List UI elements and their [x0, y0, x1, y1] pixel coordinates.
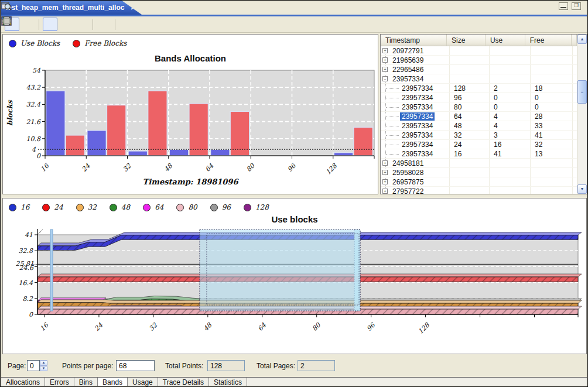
svg-text:64: 64	[204, 162, 216, 173]
column-header-timestamp[interactable]: Timestamp	[381, 35, 447, 46]
svg-text:10.8: 10.8	[26, 135, 41, 143]
table-row[interactable]: +22965486	[381, 65, 577, 74]
table-row[interactable]: 239573349600	[381, 93, 577, 102]
column-header-free[interactable]: Free	[525, 35, 572, 46]
expand-icon[interactable]: +	[382, 170, 388, 175]
tab-statistics[interactable]: Statistics	[209, 378, 247, 386]
restore-button[interactable]	[572, 2, 581, 10]
svg-text:0: 0	[36, 152, 41, 160]
svg-text:24: 24	[80, 162, 92, 173]
timestamp-marker	[50, 230, 53, 311]
use-cell: 4	[494, 122, 498, 130]
spin-down-icon[interactable]: ▼	[40, 366, 47, 372]
expand-icon[interactable]: +	[382, 189, 388, 194]
tab-allocations[interactable]: Allocations	[1, 378, 45, 386]
expand-icon[interactable]: +	[382, 179, 388, 184]
expand-icon[interactable]: +	[382, 48, 388, 53]
legend-label: 128	[255, 203, 269, 211]
legend-item: 80	[176, 203, 197, 211]
scroll-up-icon[interactable]: ▲	[577, 35, 587, 44]
use-cell: 0	[494, 94, 498, 102]
timestamp-cell: 23957334	[392, 75, 423, 83]
table-row[interactable]: +25958028	[381, 168, 577, 177]
expand-icon[interactable]: +	[382, 67, 388, 72]
table-row[interactable]: 239573348000	[381, 102, 577, 112]
overview-window-button[interactable]	[43, 18, 57, 31]
scroll-thumb[interactable]: ≡	[577, 80, 587, 104]
use-blocks-area-chart[interactable]: 24.625.8108.216.432.84116243248648096128	[3, 198, 586, 354]
svg-text:41: 41	[25, 231, 33, 239]
table-row[interactable]: 23957334128218	[381, 84, 577, 93]
svg-text:21.6: 21.6	[26, 118, 41, 126]
svg-text:8.2: 8.2	[23, 295, 33, 303]
free-cell: 13	[535, 150, 542, 158]
legend-item: 32	[76, 203, 97, 211]
scroll-down-icon[interactable]: ▼	[577, 184, 587, 194]
legend-dot-icon	[9, 40, 16, 47]
table-row[interactable]: 23957334241632	[381, 140, 577, 149]
expand-icon[interactable]: +	[382, 160, 388, 166]
page-spinner[interactable]: ▲ ▼	[40, 360, 47, 371]
svg-text:16.4: 16.4	[19, 279, 33, 287]
points-per-page-input[interactable]	[116, 360, 155, 371]
tab-usage[interactable]: Usage	[128, 378, 158, 386]
tab-errors[interactable]: Errors	[45, 378, 74, 386]
tab-bands[interactable]: Bands	[98, 378, 128, 386]
table-row[interactable]: +20972791	[381, 46, 577, 56]
collapse-icon[interactable]: -	[382, 76, 388, 81]
bottom-tab-bar: AllocationsErrorsBinsBandsUsageTrace Det…	[1, 377, 587, 386]
minimize-button[interactable]	[559, 2, 568, 10]
table-row[interactable]: +21965639	[381, 56, 577, 65]
svg-text:32: 32	[148, 321, 159, 333]
table-row[interactable]: -23957334	[381, 74, 577, 84]
table-row[interactable]: 2395733464428	[381, 112, 577, 121]
column-header-use[interactable]: Use	[486, 35, 525, 46]
legend-item: 64	[143, 203, 163, 211]
table-row[interactable]: 23957334164113	[381, 149, 577, 159]
dots-list-button[interactable]	[20, 18, 35, 31]
svg-text:43.2: 43.2	[26, 84, 41, 91]
table-row[interactable]: 2395733432341	[381, 131, 577, 140]
fit-to-window-button[interactable]	[97, 18, 111, 31]
timestamp-cell: 23957334	[402, 84, 433, 93]
tab-bins[interactable]: Bins	[74, 378, 98, 386]
close-icon[interactable]: ✕	[130, 4, 135, 12]
timestamp-cell: 21965639	[392, 56, 423, 64]
table-row[interactable]: +27957722	[381, 187, 577, 194]
expand-icon[interactable]: +	[382, 57, 388, 63]
bands-bar-chart[interactable]: 4010.821.632.443.25416243248648096128blo…	[3, 35, 378, 175]
table-row[interactable]: 2395733448433	[381, 121, 577, 131]
timestamp-cell: 26957875	[392, 178, 423, 186]
table-header: TimestampSizeUseFree	[381, 35, 577, 46]
stop-button[interactable]	[135, 18, 149, 31]
total-pages-value	[298, 360, 335, 371]
tab-trace-details[interactable]: Trace Details	[158, 378, 209, 386]
spin-up-icon[interactable]: ▲	[40, 360, 47, 366]
table-row[interactable]: +24958181	[381, 159, 577, 168]
selection-region	[200, 230, 360, 311]
editor-tab[interactable]: test_heap_mem_thread_multi_alloc ✕	[1, 1, 142, 15]
free-cell: 33	[535, 122, 542, 130]
legend-dot-icon	[9, 204, 16, 211]
svg-text:54: 54	[32, 67, 41, 74]
legend-dot-icon	[110, 204, 117, 211]
total-points-label: Total Points:	[165, 362, 203, 370]
legend-dot-icon	[42, 204, 50, 211]
pager-bar: Page: ▲ ▼ Points per page: Total Points:…	[1, 355, 587, 377]
bar-chart-button[interactable]	[59, 18, 73, 31]
legend-label: Use Blocks	[20, 39, 60, 47]
table-row[interactable]: +26957875	[381, 177, 577, 187]
legend-dot-icon	[143, 204, 151, 211]
page-input[interactable]	[27, 360, 40, 371]
svg-text:16: 16	[39, 321, 50, 333]
run-button[interactable]	[119, 18, 134, 31]
legend-label: 80	[188, 203, 197, 211]
free-cell: 41	[535, 131, 542, 139]
column-header-size[interactable]: Size	[447, 35, 486, 46]
legend-label: 16	[20, 203, 29, 211]
table-scrollbar[interactable]: ▲ ≡ ▼	[577, 35, 587, 194]
free-cell: 0	[535, 94, 539, 102]
use-cell: 3	[494, 131, 498, 139]
legend-item: Use Blocks	[9, 39, 60, 47]
print-button[interactable]	[74, 18, 89, 31]
